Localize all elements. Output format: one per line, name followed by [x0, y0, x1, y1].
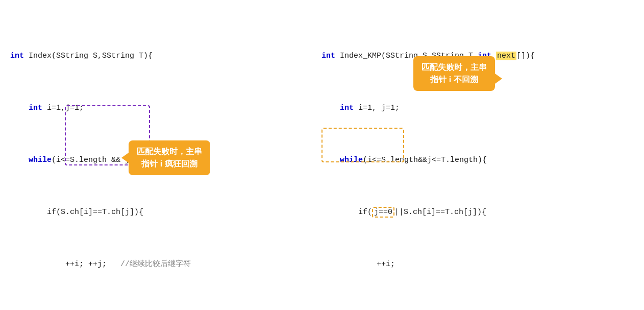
kw-while-r3: while [340, 156, 363, 164]
left-line-2: int i=1,j=1; [10, 102, 306, 115]
left-line-4: if(S.ch[i]==T.ch[j]){ [10, 206, 306, 219]
left-tooltip-text: 匹配失败时，主串指针 i 疯狂回溯 [137, 147, 202, 168]
kw-int-r1: int [321, 52, 335, 60]
j-zero-highlight: j==0 [372, 207, 394, 218]
right-line-3: while(i<=S.length&&j<=T.length){ [321, 154, 639, 167]
left-line-5: ++i; ++j; //继续比较后继字符 [10, 258, 306, 271]
next-highlight: next [496, 52, 516, 60]
right-tooltip: 匹配失败时，主串指针 i 不回溯 [413, 56, 495, 91]
right-line-5: ++i; [321, 258, 639, 271]
right-line-4: if(j==0||S.ch[i]==T.ch[j]){ [321, 206, 639, 219]
kw-int-l2: int [29, 104, 42, 112]
kw-int-l1: int [10, 52, 24, 60]
right-code-block: int Index_KMP(SString S,SString T,int ne… [321, 10, 639, 310]
kw-while-l3: while [29, 156, 52, 164]
left-code-block: int Index(SString S,SString T){ int i=1,… [10, 10, 306, 310]
right-line-2: int i=1, j=1; [321, 102, 639, 115]
left-code-panel: int Index(SString S,SString T){ int i=1,… [10, 10, 316, 310]
kw-int-r2: int [340, 104, 354, 112]
right-code-panel: int Index_KMP(SString S,SString T,int ne… [316, 10, 639, 310]
left-tooltip-arrow [121, 153, 129, 163]
right-tooltip-text: 匹配失败时，主串指针 i 不回溯 [422, 63, 487, 84]
left-line-1: int Index(SString S,SString T){ [10, 50, 306, 63]
left-tooltip: 匹配失败时，主串指针 i 疯狂回溯 [129, 140, 210, 175]
right-tooltip-arrow [495, 74, 502, 84]
